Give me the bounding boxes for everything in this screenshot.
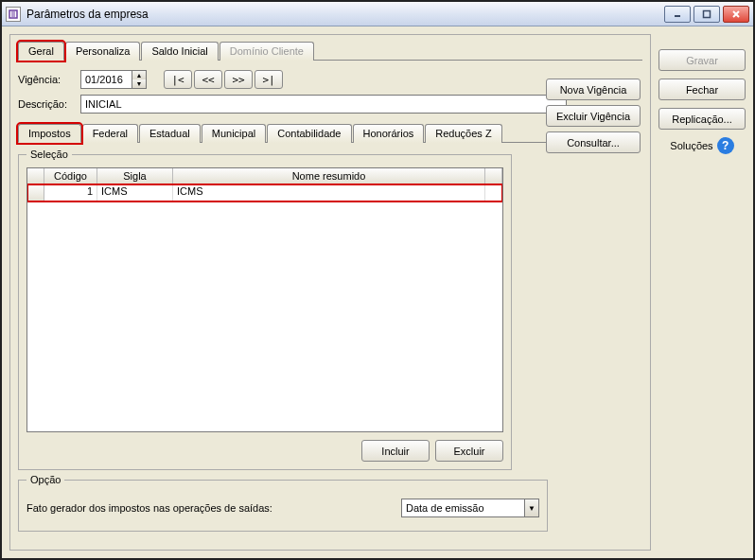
vigencia-side-buttons: Nova Vigência Excluir Vigência Consultar… <box>546 79 641 153</box>
fato-gerador-value[interactable] <box>401 499 524 517</box>
tab-personaliza[interactable]: Personaliza <box>65 42 140 61</box>
vigencia-up-icon[interactable]: ▲ <box>132 71 146 79</box>
help-icon[interactable]: ? <box>717 137 734 154</box>
minimize-button[interactable] <box>664 6 691 23</box>
col-sigla[interactable]: Sigla <box>97 168 173 184</box>
tab-estadual[interactable]: Estadual <box>139 124 201 143</box>
descricao-label: Descrição: <box>18 98 75 110</box>
app-icon <box>6 7 21 22</box>
fechar-button[interactable]: Fechar <box>658 79 746 100</box>
window-controls <box>664 6 749 23</box>
excluir-button[interactable]: Excluir <box>435 440 503 462</box>
tab-federal[interactable]: Federal <box>82 124 138 143</box>
cell-nome[interactable]: ICMS <box>173 184 485 201</box>
tab-honorarios[interactable]: Honorários <box>353 124 425 143</box>
cell-codigo[interactable]: 1 <box>44 184 97 201</box>
grid-corner <box>27 168 44 184</box>
consultar-button[interactable]: Consultar... <box>546 131 641 153</box>
opcao-fieldset: Opção Fato gerador dos impostos nas oper… <box>18 474 548 532</box>
titlebar: Parâmetros da empresa <box>2 2 753 26</box>
vigencia-input[interactable] <box>80 70 132 89</box>
col-end <box>485 168 502 184</box>
app-window: Parâmetros da empresa Geral Personaliza … <box>0 0 755 560</box>
col-codigo[interactable]: Código <box>44 168 97 184</box>
excluir-vigencia-button[interactable]: Excluir Vigência <box>546 105 641 127</box>
cell-sigla[interactable]: ICMS <box>97 184 173 201</box>
grid-buttons: Incluir Excluir <box>26 440 503 462</box>
tab-dominio-cliente: Domínio Cliente <box>219 42 314 61</box>
col-nome-resumido[interactable]: Nome resumido <box>173 168 485 184</box>
nav-next-button[interactable]: >> <box>224 70 253 89</box>
nova-vigencia-button[interactable]: Nova Vigência <box>546 79 641 100</box>
window-title: Parâmetros da empresa <box>26 8 664 21</box>
dropdown-arrow-icon[interactable]: ▼ <box>524 499 539 517</box>
fato-gerador-label: Fato gerador dos impostos nas operações … <box>26 502 272 514</box>
gravar-button: Gravar <box>658 49 746 71</box>
row-header[interactable] <box>27 184 44 201</box>
tab-municipal[interactable]: Municipal <box>202 124 266 143</box>
tab-reducoes-z[interactable]: Reduções Z <box>425 124 501 143</box>
fato-gerador-dropdown[interactable]: ▼ <box>401 499 539 517</box>
descricao-input[interactable] <box>80 95 567 114</box>
replicacao-button[interactable]: Replicação... <box>658 108 746 130</box>
descricao-row: Descrição: <box>18 95 567 114</box>
right-panel: Gravar Fechar Replicação... Soluções ? <box>658 34 746 551</box>
impostos-grid[interactable]: Código Sigla Nome resumido 1 ICMS ICMS <box>26 167 503 432</box>
vigencia-down-icon[interactable]: ▼ <box>132 79 146 88</box>
tab-contabilidade[interactable]: Contabilidade <box>267 124 351 143</box>
vigencia-spinner[interactable]: ▲ ▼ <box>80 70 147 89</box>
opcao-legend: Opção <box>26 474 64 485</box>
svg-rect-5 <box>704 10 711 17</box>
vigencia-row: Vigência: ▲ ▼ |< << >> >| <box>18 70 567 89</box>
solucoes-label[interactable]: Soluções <box>670 140 712 151</box>
main-tabs: Geral Personaliza Saldo Inicial Domínio … <box>18 41 642 61</box>
vigencia-label: Vigência: <box>18 74 75 85</box>
vigencia-nav: |< << >> >| <box>164 70 283 89</box>
maximize-button[interactable] <box>694 6 720 23</box>
selecao-legend: Seleção <box>26 149 72 160</box>
sub-tabs: Impostos Federal Estadual Municipal Cont… <box>18 123 567 143</box>
tab-saldo-inicial[interactable]: Saldo Inicial <box>141 42 218 61</box>
tab-impostos[interactable]: Impostos <box>18 124 81 143</box>
table-row[interactable]: 1 ICMS ICMS <box>27 184 502 201</box>
incluir-button[interactable]: Incluir <box>361 440 430 462</box>
nav-last-button[interactable]: >| <box>255 70 283 89</box>
nav-prev-button[interactable]: << <box>194 70 222 89</box>
close-button[interactable] <box>723 6 749 23</box>
nav-first-button[interactable]: |< <box>164 70 192 89</box>
grid-header: Código Sigla Nome resumido <box>27 168 502 184</box>
tab-geral[interactable]: Geral <box>18 42 64 61</box>
selecao-fieldset: Seleção Código Sigla Nome resumido <box>18 149 512 470</box>
